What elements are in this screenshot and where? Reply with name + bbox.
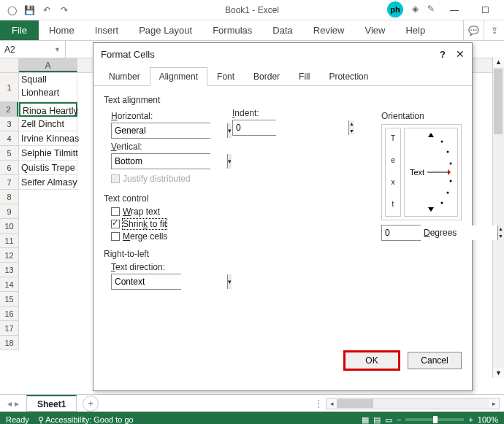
accessibility-status[interactable]: ⚲ Accessibility: Good to go [38,415,134,425]
scroll-up-icon[interactable]: ▲ [493,57,504,67]
row-header[interactable]: 11 [0,234,18,248]
redo-icon[interactable]: ↷ [57,3,72,18]
spin-up-icon[interactable]: ▲ [498,226,503,233]
tab-formulas[interactable]: Formulas [202,20,262,40]
spin-down-icon[interactable]: ▼ [349,128,354,135]
cell-selected[interactable]: Rinoa Heartly [19,102,77,117]
orientation-vertical-text[interactable]: T e x t [385,128,401,217]
spinner-degrees[interactable]: ▲▼ [381,225,421,241]
zoom-slider[interactable] [405,418,464,421]
ok-button[interactable]: OK [345,352,399,369]
combo-horizontal[interactable]: ▾ [111,123,210,139]
row-header[interactable]: 9 [0,204,18,219]
tab-home[interactable]: Home [39,20,85,40]
cell[interactable]: Quistis Trepe [19,161,77,175]
checkbox-shrink[interactable] [111,220,120,228]
horizontal-scrollbar[interactable]: ◂ ▸ [326,398,500,409]
row-header[interactable]: 5 [0,146,18,161]
autosave-icon[interactable]: ◯ [4,3,19,18]
row-header[interactable]: 15 [0,292,18,307]
scroll-down-icon[interactable]: ▼ [493,368,504,378]
row-header[interactable]: 1 [0,73,18,102]
orientation-dial[interactable]: Text [404,128,458,217]
row-header[interactable]: 4 [0,131,18,146]
spin-up-icon[interactable]: ▲ [349,120,354,128]
split-icon[interactable]: ⋮ [314,398,323,409]
undo-icon[interactable]: ↶ [39,3,54,18]
sheet-nav[interactable]: ◂ ▸ [0,398,26,409]
close-icon[interactable]: ✕ [456,48,465,60]
col-header-a[interactable]: A [19,58,77,72]
comments-button[interactable]: 💬 [463,20,484,40]
orientation-control[interactable]: T e x t Text [381,124,462,220]
view-normal-icon[interactable]: ▦ [362,415,369,425]
tab-insert[interactable]: Insert [85,20,129,40]
dlg-tab-fill[interactable]: Fill [289,67,319,86]
row-header[interactable]: 16 [0,307,18,321]
zoom-level[interactable]: 100% [478,415,498,424]
text-direction-input[interactable] [112,274,227,289]
select-all-corner[interactable] [0,58,19,72]
row-header[interactable]: 17 [0,321,18,336]
cell[interactable]: SquallLionheart [19,73,77,102]
tab-data[interactable]: Data [262,20,302,40]
save-icon[interactable]: 💾 [22,3,37,18]
combo-horizontal-input[interactable] [112,123,227,138]
scroll-thumb[interactable] [337,399,373,408]
combo-vertical-input[interactable] [112,154,227,169]
row-header[interactable]: 3 [0,117,18,131]
row-header[interactable]: 2 [0,102,18,117]
checkbox-merge[interactable] [111,232,120,241]
row-header[interactable]: 14 [0,277,18,292]
dlg-tab-font[interactable]: Font [207,67,244,86]
chevron-down-icon[interactable]: ▼ [54,46,61,53]
cell[interactable]: Selphie Tilmitt [19,146,77,161]
scroll-thumb[interactable] [494,69,503,134]
combo-text-direction[interactable]: ▾ [111,274,181,290]
tab-help[interactable]: Help [395,20,435,40]
view-break-icon[interactable]: ▭ [385,415,392,425]
help-icon[interactable]: ? [440,49,446,60]
row-header[interactable]: 10 [0,219,18,234]
tab-view[interactable]: View [354,20,395,40]
row-header[interactable]: 7 [0,175,18,190]
maximize-button[interactable]: ☐ [470,1,500,19]
cell[interactable]: Zell Dincht [19,117,77,131]
chevron-down-icon[interactable]: ▾ [227,274,232,289]
name-box[interactable]: A2 ▼ [0,41,66,58]
spinner-indent[interactable]: ▲▼ [232,120,276,136]
vertical-scrollbar[interactable]: ▲ ▼ [492,57,504,378]
tab-review[interactable]: Review [303,20,355,40]
cell[interactable]: Seifer Almasy [19,175,77,190]
row-header[interactable]: 6 [0,161,18,175]
tab-page-layout[interactable]: Page Layout [129,20,202,40]
spin-down-icon[interactable]: ▼ [498,233,503,240]
cancel-button[interactable]: Cancel [408,352,462,369]
dlg-tab-alignment[interactable]: Alignment [150,67,207,86]
dlg-tab-protection[interactable]: Protection [319,67,378,86]
account-badge[interactable]: ph [387,1,403,18]
cell[interactable]: Irvine Kinneas [19,131,77,146]
row-header[interactable]: 18 [0,336,18,350]
checkbox-wrap[interactable] [111,207,120,216]
scroll-right-icon[interactable]: ▸ [489,398,499,409]
share-button[interactable]: ⇪ [484,20,504,40]
row-header[interactable]: 8 [0,190,18,204]
dlg-tab-number[interactable]: Number [99,67,150,86]
chevron-down-icon[interactable]: ▾ [227,154,232,169]
dlg-tab-border[interactable]: Border [244,67,289,86]
zoom-out-icon[interactable]: − [397,415,401,424]
row-header[interactable]: 12 [0,248,18,263]
sheet-tab-active[interactable]: Sheet1 [26,395,77,412]
minimize-button[interactable]: — [440,1,469,19]
chevron-down-icon[interactable]: ▾ [227,123,232,138]
file-tab[interactable]: File [0,20,39,40]
combo-vertical[interactable]: ▾ [111,153,210,169]
indent-input[interactable] [233,120,348,135]
scroll-left-icon[interactable]: ◂ [327,398,337,409]
row-header[interactable]: 13 [0,263,18,277]
diamond-icon[interactable]: ◈ [408,1,422,16]
view-page-icon[interactable]: ▤ [373,415,381,425]
wand-icon[interactable]: ✎ [424,1,438,16]
zoom-in-icon[interactable]: + [468,415,473,424]
